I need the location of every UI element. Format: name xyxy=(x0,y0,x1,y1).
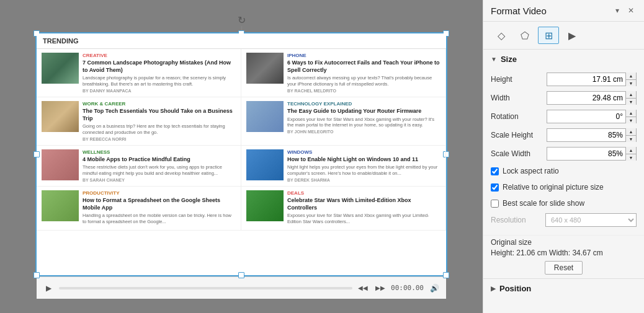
rotation-spin-buttons: ▲ ▼ xyxy=(625,110,636,123)
article-category: DEALS xyxy=(287,190,441,196)
article-category: WELLNESS xyxy=(83,149,236,155)
tab-size-properties[interactable]: ⊞ xyxy=(538,27,559,44)
list-item: PRODUCTIVITYHow to Format a Spreadsheet … xyxy=(37,187,241,231)
progress-bar[interactable] xyxy=(59,287,352,289)
article-author: BY DEREK SHARMA xyxy=(287,178,441,182)
list-item: WINDOWSHow to Enable Night Light on Wind… xyxy=(241,146,446,187)
resolution-row: Resolution 640 x 480 800 x 600 1024 x 76… xyxy=(491,213,637,227)
width-input[interactable] xyxy=(547,92,625,104)
original-size-values: Height: 21.06 cm Width: 34.67 cm xyxy=(491,249,637,257)
scale-height-row: Scale Height ▲ ▼ xyxy=(491,127,637,143)
article-description: Landscape photography is popular for a r… xyxy=(83,75,236,87)
best-scale-label: Best scale for slide show xyxy=(503,199,584,208)
scale-width-input[interactable] xyxy=(547,148,625,160)
list-item: WORK & CAREERThe Top Tech Essentials You… xyxy=(37,97,241,146)
original-size-title: Original size xyxy=(491,238,637,247)
tab-video[interactable]: ▶ xyxy=(561,27,583,44)
size-section-label: Size xyxy=(501,55,517,64)
rotation-input-wrapper: ▲ ▼ xyxy=(547,110,637,123)
lock-aspect-ratio-checkbox[interactable] xyxy=(491,167,499,175)
list-item: TECHNOLOGY EXPLAINEDThe Easy Guide to Up… xyxy=(241,97,446,146)
rotation-input[interactable] xyxy=(547,110,625,123)
scale-height-input[interactable] xyxy=(547,129,625,141)
volume-button[interactable]: 🔊 xyxy=(427,281,441,295)
size-section-arrow: ▼ xyxy=(491,56,497,63)
reset-button[interactable]: Reset xyxy=(545,261,583,275)
list-item: IPHONE6 Ways to Fix Autocorrect Fails an… xyxy=(241,49,446,97)
panel-close-button[interactable]: ✕ xyxy=(625,5,637,16)
scale-width-spin-down[interactable]: ▼ xyxy=(626,154,636,161)
article-description: These restrictive diets just don't work … xyxy=(83,164,236,177)
scale-height-spin-down[interactable]: ▼ xyxy=(626,135,636,142)
width-spin-down[interactable]: ▼ xyxy=(626,98,636,105)
tab-effects[interactable]: ⬠ xyxy=(514,27,535,44)
scale-width-row: Scale Width ▲ ▼ xyxy=(491,146,637,162)
rotation-row: Rotation ▲ ▼ xyxy=(491,108,637,125)
position-section-header[interactable]: ▶ Position xyxy=(483,278,644,298)
panel-title: Format Video xyxy=(491,6,547,16)
scale-height-input-wrapper: ▲ ▼ xyxy=(547,128,637,142)
panel-controls: ▾ ✕ xyxy=(612,5,637,16)
height-spin-buttons: ▲ ▼ xyxy=(625,73,636,86)
article-title: How to Enable Night Light on Windows 10 … xyxy=(287,156,441,164)
original-width-label: Width: xyxy=(549,249,572,257)
article-description: Handling a spreadsheet on the mobile ver… xyxy=(83,213,236,225)
best-scale-checkbox[interactable] xyxy=(491,200,499,208)
article-thumbnail xyxy=(246,101,284,132)
scale-height-spin-up[interactable]: ▲ xyxy=(626,128,636,135)
resolution-select[interactable]: 640 x 480 800 x 600 1024 x 768 xyxy=(545,213,637,227)
article-thumbnail xyxy=(42,101,79,132)
position-section-label: Position xyxy=(499,284,531,293)
panel-header: Format Video ▾ ✕ xyxy=(483,0,644,22)
article-description: Exposes your love for Star Wars and Xbox… xyxy=(287,117,441,129)
play-button[interactable]: ▶ xyxy=(42,281,55,295)
article-title: The Top Tech Essentials You Should Take … xyxy=(83,108,236,122)
scale-height-spin-buttons: ▲ ▼ xyxy=(625,128,636,142)
height-spin-up[interactable]: ▲ xyxy=(626,73,636,79)
relative-to-original-checkbox[interactable] xyxy=(491,183,499,192)
slide-wrapper: TRENDING CREATIVE7 Common Landscape Phot… xyxy=(35,32,447,276)
slide-content: TRENDING CREATIVE7 Common Landscape Phot… xyxy=(37,33,446,275)
article-title: 4 Mobile Apps to Practice Mindful Eating xyxy=(83,156,236,164)
article-title: Celebrate Star Wars With Limited-Edition… xyxy=(287,197,441,211)
width-spin-buttons: ▲ ▼ xyxy=(625,91,636,105)
article-description: Going on a business trip? Here are the t… xyxy=(83,123,236,136)
prev-frame-button[interactable]: ◀◀ xyxy=(356,281,370,295)
height-input[interactable] xyxy=(547,73,625,86)
rotation-spin-down[interactable]: ▼ xyxy=(626,117,636,123)
panel-collapse-button[interactable]: ▾ xyxy=(612,5,623,16)
article-thumbnail xyxy=(246,53,284,84)
scale-height-label: Scale Height xyxy=(491,131,547,139)
size-section-header[interactable]: ▼ Size xyxy=(483,50,644,69)
article-category: PRODUCTIVITY xyxy=(83,190,236,196)
article-thumbnail xyxy=(246,149,284,180)
position-section-arrow: ▶ xyxy=(491,285,496,292)
rotation-spin-up[interactable]: ▲ xyxy=(626,110,636,117)
relative-to-original-label: Relative to original picture size xyxy=(503,183,604,192)
original-width-value: 34.67 cm xyxy=(572,249,602,257)
article-grid: CREATIVE7 Common Landscape Photography M… xyxy=(37,49,446,231)
article-author: BY REBECCA NORRI xyxy=(83,137,236,141)
height-spin-down[interactable]: ▼ xyxy=(626,79,636,86)
rotation-handle-icon[interactable]: ↻ xyxy=(238,14,246,26)
width-row: Width ▲ ▼ xyxy=(491,90,637,106)
article-category: IPHONE xyxy=(287,53,441,58)
article-title: How to Format a Spreadsheet on the Googl… xyxy=(83,197,236,211)
scale-width-input-wrapper: ▲ ▼ xyxy=(547,147,637,161)
article-category: TECHNOLOGY EXPLAINED xyxy=(287,101,441,107)
scale-width-spin-up[interactable]: ▲ xyxy=(626,147,636,154)
article-description: Is autocorrect always messing up your te… xyxy=(287,75,441,87)
rotation-label: Rotation xyxy=(491,112,547,121)
format-video-panel: Format Video ▾ ✕ ◇ ⬠ ⊞ ▶ ▼ Size Height ▲ xyxy=(483,0,644,313)
size-section-content: Height ▲ ▼ Width ▲ ▼ xyxy=(483,69,644,235)
height-label: Height xyxy=(491,75,547,84)
article-title: 7 Common Landscape Photography Mistakes … xyxy=(83,60,236,74)
list-item: CREATIVE7 Common Landscape Photography M… xyxy=(37,49,241,97)
tab-fill-line[interactable]: ◇ xyxy=(491,27,512,44)
article-category: CREATIVE xyxy=(83,53,236,58)
article-author: BY SARAH CHANEY xyxy=(83,178,236,182)
width-label: Width xyxy=(491,94,547,102)
original-size-section: Original size Height: 21.06 cm Width: 34… xyxy=(483,235,644,278)
next-frame-button[interactable]: ▶▶ xyxy=(373,281,387,295)
width-spin-up[interactable]: ▲ xyxy=(626,91,636,98)
